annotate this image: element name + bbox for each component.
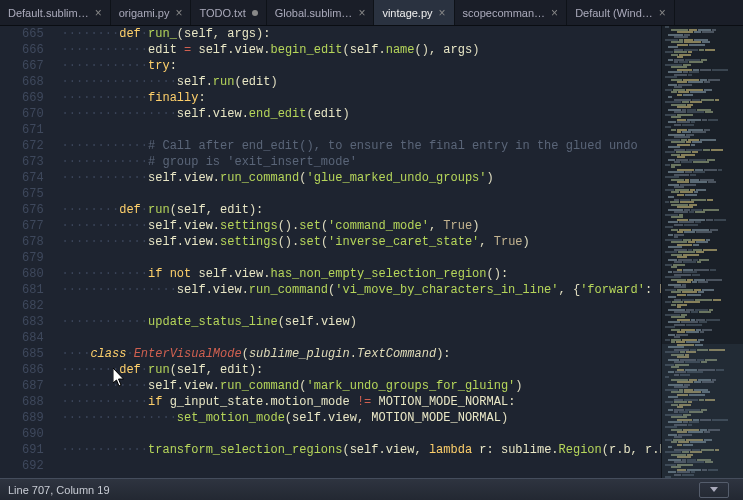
code-line[interactable]: ············finally: (62, 90, 661, 106)
line-number: 688 (22, 394, 44, 410)
close-icon[interactable]: × (95, 6, 102, 20)
code-line[interactable] (62, 298, 661, 314)
code-line[interactable]: ················self.run(edit) (62, 74, 661, 90)
close-icon[interactable]: × (358, 6, 365, 20)
line-number: 668 (22, 74, 44, 90)
line-number: 667 (22, 58, 44, 74)
line-number: 671 (22, 122, 44, 138)
code-line[interactable]: ············try: (62, 58, 661, 74)
line-gutter: 6656666676686696706716726736746756766776… (0, 26, 62, 478)
code-line[interactable] (62, 186, 661, 202)
line-number: 665 (22, 26, 44, 42)
line-number: 689 (22, 410, 44, 426)
line-number: 685 (22, 346, 44, 362)
code-line[interactable]: ········def·run_(self, args): (62, 26, 661, 42)
close-icon[interactable]: × (659, 6, 666, 20)
code-line[interactable]: ············transform_selection_regions(… (62, 442, 661, 458)
code-line[interactable]: ············self.view.run_command('glue_… (62, 170, 661, 186)
code-line[interactable] (62, 250, 661, 266)
tab-label: Global.sublim… (275, 7, 353, 19)
code-line[interactable]: ············self.view.settings().set('co… (62, 218, 661, 234)
dirty-indicator-icon (252, 10, 258, 16)
tab-label: TODO.txt (199, 7, 245, 19)
line-number: 683 (22, 314, 44, 330)
line-number: 666 (22, 42, 44, 58)
line-number: 677 (22, 218, 44, 234)
tab-label: vintage.py (382, 7, 432, 19)
line-number: 676 (22, 202, 44, 218)
line-number: 692 (22, 458, 44, 474)
close-icon[interactable]: × (551, 6, 558, 20)
code-line[interactable]: ············# Call after end_edit(), to … (62, 138, 661, 154)
close-icon[interactable]: × (439, 6, 446, 20)
line-number: 670 (22, 106, 44, 122)
line-number: 679 (22, 250, 44, 266)
tab-3[interactable]: Global.sublim…× (267, 0, 375, 25)
line-number: 682 (22, 298, 44, 314)
editor-area: 6656666676686696706716726736746756766776… (0, 26, 743, 478)
line-number: 675 (22, 186, 44, 202)
status-dropdown[interactable] (699, 482, 729, 498)
code-line[interactable]: ················self.view.end_edit(edit) (62, 106, 661, 122)
code-line[interactable]: ················set_motion_mode(self.vie… (62, 410, 661, 426)
code-line[interactable]: ················self.view.run_command('v… (62, 282, 661, 298)
line-number: 690 (22, 426, 44, 442)
line-number: 669 (22, 90, 44, 106)
line-number: 687 (22, 378, 44, 394)
line-number: 684 (22, 330, 44, 346)
code-line[interactable]: ····class·EnterVisualMode(sublime_plugin… (62, 346, 661, 362)
minimap[interactable] (661, 26, 743, 478)
tab-5[interactable]: scopecomman…× (455, 0, 568, 25)
tab-1[interactable]: origami.py× (111, 0, 192, 25)
line-number: 672 (22, 138, 44, 154)
tab-0[interactable]: Default.sublim…× (0, 0, 111, 25)
status-position: Line 707, Column 19 (8, 484, 110, 496)
line-number: 691 (22, 442, 44, 458)
line-number: 674 (22, 170, 44, 186)
code-line[interactable]: ············# group is 'exit_insert_mode… (62, 154, 661, 170)
line-number: 686 (22, 362, 44, 378)
close-icon[interactable]: × (175, 6, 182, 20)
tab-label: origami.py (119, 7, 170, 19)
code-line[interactable]: ············update_status_line(self.view… (62, 314, 661, 330)
code-line[interactable]: ············if not self.view.has_non_emp… (62, 266, 661, 282)
code-view[interactable]: ········def·run_(self, args):···········… (62, 26, 661, 478)
code-line[interactable]: ············edit = self.view.begin_edit(… (62, 42, 661, 58)
code-line[interactable]: ············self.view.run_command('mark_… (62, 378, 661, 394)
line-number: 680 (22, 266, 44, 282)
tab-4[interactable]: vintage.py× (374, 0, 454, 25)
code-line[interactable]: ········def·run(self, edit): (62, 202, 661, 218)
tab-label: Default (Wind… (575, 7, 653, 19)
code-line[interactable] (62, 426, 661, 442)
line-number: 673 (22, 154, 44, 170)
code-line[interactable]: ········def·run(self, edit): (62, 362, 661, 378)
code-line[interactable] (62, 330, 661, 346)
code-line[interactable]: ············if g_input_state.motion_mode… (62, 394, 661, 410)
tab-2[interactable]: TODO.txt (191, 0, 266, 25)
tab-label: scopecomman… (463, 7, 546, 19)
code-line[interactable] (62, 122, 661, 138)
minimap-viewport[interactable] (662, 344, 743, 478)
tab-label: Default.sublim… (8, 7, 89, 19)
code-line[interactable]: ············self.view.settings().set('in… (62, 234, 661, 250)
tab-bar: Default.sublim…×origami.py×TODO.txtGloba… (0, 0, 743, 26)
line-number: 678 (22, 234, 44, 250)
tab-6[interactable]: Default (Wind…× (567, 0, 675, 25)
line-number: 681 (22, 282, 44, 298)
status-bar: Line 707, Column 19 (0, 478, 743, 500)
